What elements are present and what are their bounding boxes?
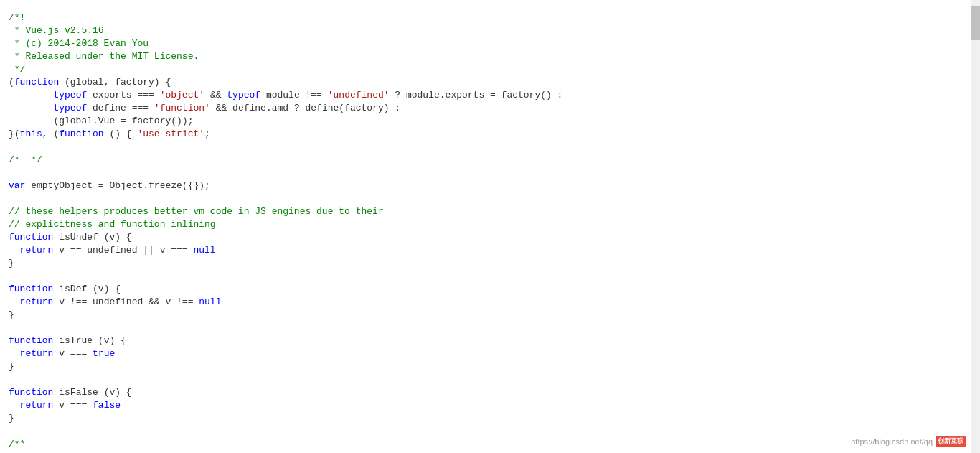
watermark: https://blog.csdn.net/qq 创新互联 <box>851 436 966 448</box>
code-area[interactable]: /*! * Vue.js v2.5.16 * (c) 2014-2018 Eva… <box>0 0 980 453</box>
code-block: /*! * Vue.js v2.5.16 * (c) 2014-2018 Eva… <box>0 6 980 453</box>
code-container: /*! * Vue.js v2.5.16 * (c) 2014-2018 Eva… <box>0 0 980 453</box>
scrollbar-track[interactable] <box>971 0 980 453</box>
scrollbar-thumb[interactable] <box>971 6 980 40</box>
watermark-logo: 创新互联 <box>936 436 966 447</box>
watermark-url: https://blog.csdn.net/qq <box>851 436 933 448</box>
